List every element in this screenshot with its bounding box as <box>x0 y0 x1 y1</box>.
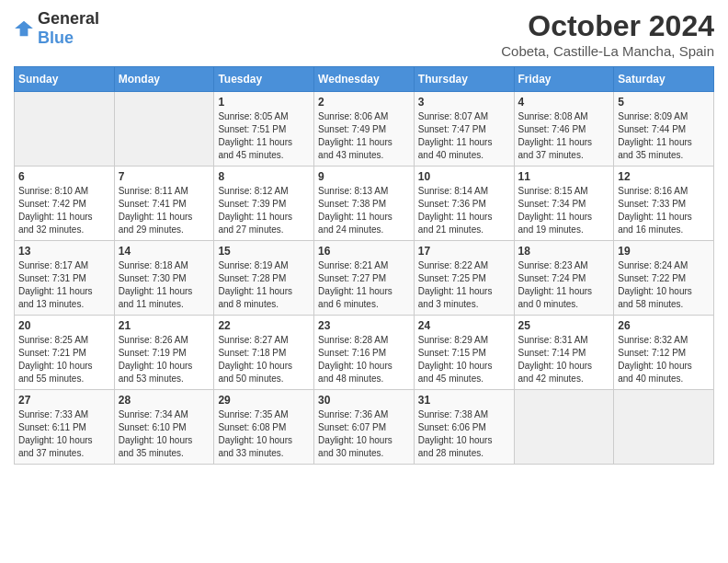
day-header-tuesday: Tuesday <box>214 67 314 92</box>
day-number: 23 <box>318 319 410 332</box>
logo: General Blue <box>14 9 99 48</box>
calendar-cell: 28Sunrise: 7:34 AM Sunset: 6:10 PM Dayli… <box>114 390 214 465</box>
calendar-cell <box>114 92 214 167</box>
day-info: Sunrise: 8:22 AM Sunset: 7:25 PM Dayligh… <box>418 259 510 311</box>
day-info: Sunrise: 8:29 AM Sunset: 7:15 PM Dayligh… <box>418 334 510 385</box>
day-number: 30 <box>318 394 410 407</box>
day-info: Sunrise: 8:05 AM Sunset: 7:51 PM Dayligh… <box>218 110 310 162</box>
day-info: Sunrise: 8:14 AM Sunset: 7:36 PM Dayligh… <box>418 185 510 236</box>
day-header-thursday: Thursday <box>414 67 514 92</box>
location-title: Cobeta, Castille-La Mancha, Spain <box>501 43 714 59</box>
day-number: 8 <box>218 170 310 183</box>
calendar-cell: 23Sunrise: 8:28 AM Sunset: 7:16 PM Dayli… <box>314 316 415 390</box>
calendar-cell: 6Sunrise: 8:10 AM Sunset: 7:42 PM Daylig… <box>15 167 115 241</box>
day-number: 2 <box>318 96 410 109</box>
calendar-cell: 18Sunrise: 8:23 AM Sunset: 7:24 PM Dayli… <box>514 241 614 316</box>
day-number: 28 <box>119 394 210 407</box>
calendar-cell: 25Sunrise: 8:31 AM Sunset: 7:14 PM Dayli… <box>514 316 614 390</box>
calendar-cell: 2Sunrise: 8:06 AM Sunset: 7:49 PM Daylig… <box>314 92 415 167</box>
day-number: 17 <box>418 245 510 258</box>
day-info: Sunrise: 8:25 AM Sunset: 7:21 PM Dayligh… <box>18 334 110 385</box>
day-number: 21 <box>119 319 210 332</box>
calendar-cell <box>15 92 115 167</box>
calendar-cell: 21Sunrise: 8:26 AM Sunset: 7:19 PM Dayli… <box>114 316 214 390</box>
day-info: Sunrise: 8:16 AM Sunset: 7:33 PM Dayligh… <box>618 185 710 236</box>
day-info: Sunrise: 8:17 AM Sunset: 7:31 PM Dayligh… <box>18 259 110 311</box>
day-number: 10 <box>418 170 510 183</box>
day-info: Sunrise: 7:36 AM Sunset: 6:07 PM Dayligh… <box>318 408 410 460</box>
day-number: 4 <box>518 96 610 109</box>
logo-blue: Blue <box>38 29 74 47</box>
calendar-cell: 30Sunrise: 7:36 AM Sunset: 6:07 PM Dayli… <box>314 390 415 465</box>
day-info: Sunrise: 8:06 AM Sunset: 7:49 PM Dayligh… <box>318 110 410 162</box>
calendar-cell: 16Sunrise: 8:21 AM Sunset: 7:27 PM Dayli… <box>314 241 415 316</box>
day-info: Sunrise: 8:26 AM Sunset: 7:19 PM Dayligh… <box>119 334 210 385</box>
day-header-sunday: Sunday <box>15 67 115 92</box>
day-number: 24 <box>418 319 510 332</box>
day-number: 13 <box>18 245 110 258</box>
day-info: Sunrise: 7:33 AM Sunset: 6:11 PM Dayligh… <box>18 408 110 460</box>
day-info: Sunrise: 8:23 AM Sunset: 7:24 PM Dayligh… <box>518 259 610 311</box>
day-header-saturday: Saturday <box>614 67 714 92</box>
day-info: Sunrise: 8:07 AM Sunset: 7:47 PM Dayligh… <box>418 110 510 162</box>
calendar-cell: 7Sunrise: 8:11 AM Sunset: 7:41 PM Daylig… <box>114 167 214 241</box>
calendar-cell: 27Sunrise: 7:33 AM Sunset: 6:11 PM Dayli… <box>15 390 115 465</box>
week-row-3: 13Sunrise: 8:17 AM Sunset: 7:31 PM Dayli… <box>15 241 714 316</box>
logo-text: General Blue <box>38 9 99 48</box>
day-number: 14 <box>119 245 210 258</box>
day-info: Sunrise: 8:12 AM Sunset: 7:39 PM Dayligh… <box>218 185 310 236</box>
calendar-table: SundayMondayTuesdayWednesdayThursdayFrid… <box>14 66 714 465</box>
day-info: Sunrise: 8:24 AM Sunset: 7:22 PM Dayligh… <box>618 259 710 311</box>
calendar-cell: 29Sunrise: 7:35 AM Sunset: 6:08 PM Dayli… <box>214 390 314 465</box>
day-number: 16 <box>318 245 410 258</box>
day-info: Sunrise: 8:19 AM Sunset: 7:28 PM Dayligh… <box>218 259 310 311</box>
month-title: October 2024 <box>501 9 714 43</box>
day-number: 1 <box>218 96 310 109</box>
day-header-friday: Friday <box>514 67 614 92</box>
svg-marker-0 <box>15 21 33 37</box>
calendar-cell: 8Sunrise: 8:12 AM Sunset: 7:39 PM Daylig… <box>214 167 314 241</box>
calendar-cell: 3Sunrise: 8:07 AM Sunset: 7:47 PM Daylig… <box>414 92 514 167</box>
day-info: Sunrise: 8:32 AM Sunset: 7:12 PM Dayligh… <box>618 334 710 385</box>
day-number: 22 <box>218 319 310 332</box>
day-info: Sunrise: 8:18 AM Sunset: 7:30 PM Dayligh… <box>119 259 210 311</box>
day-number: 9 <box>318 170 410 183</box>
calendar-cell: 24Sunrise: 8:29 AM Sunset: 7:15 PM Dayli… <box>414 316 514 390</box>
calendar-cell: 1Sunrise: 8:05 AM Sunset: 7:51 PM Daylig… <box>214 92 314 167</box>
calendar-cell: 19Sunrise: 8:24 AM Sunset: 7:22 PM Dayli… <box>614 241 714 316</box>
calendar-cell: 11Sunrise: 8:15 AM Sunset: 7:34 PM Dayli… <box>514 167 614 241</box>
day-number: 18 <box>518 245 610 258</box>
logo-general: General <box>38 9 99 28</box>
calendar-cell: 15Sunrise: 8:19 AM Sunset: 7:28 PM Dayli… <box>214 241 314 316</box>
calendar-cell: 20Sunrise: 8:25 AM Sunset: 7:21 PM Dayli… <box>15 316 115 390</box>
calendar-cell: 12Sunrise: 8:16 AM Sunset: 7:33 PM Dayli… <box>614 167 714 241</box>
days-header-row: SundayMondayTuesdayWednesdayThursdayFrid… <box>15 67 714 92</box>
calendar-cell <box>514 390 614 465</box>
day-number: 12 <box>618 170 710 183</box>
calendar-cell: 31Sunrise: 7:38 AM Sunset: 6:06 PM Dayli… <box>414 390 514 465</box>
day-info: Sunrise: 8:15 AM Sunset: 7:34 PM Dayligh… <box>518 185 610 236</box>
calendar-cell: 22Sunrise: 8:27 AM Sunset: 7:18 PM Dayli… <box>214 316 314 390</box>
calendar-cell: 13Sunrise: 8:17 AM Sunset: 7:31 PM Dayli… <box>15 241 115 316</box>
calendar-cell: 9Sunrise: 8:13 AM Sunset: 7:38 PM Daylig… <box>314 167 415 241</box>
day-number: 7 <box>119 170 210 183</box>
page-header: General Blue October 2024 Cobeta, Castil… <box>14 9 714 59</box>
week-row-2: 6Sunrise: 8:10 AM Sunset: 7:42 PM Daylig… <box>15 167 714 241</box>
day-header-wednesday: Wednesday <box>314 67 415 92</box>
day-info: Sunrise: 8:09 AM Sunset: 7:44 PM Dayligh… <box>618 110 710 162</box>
title-area: October 2024 Cobeta, Castille-La Mancha,… <box>501 9 714 59</box>
calendar-cell: 26Sunrise: 8:32 AM Sunset: 7:12 PM Dayli… <box>614 316 714 390</box>
day-number: 5 <box>618 96 710 109</box>
day-info: Sunrise: 8:27 AM Sunset: 7:18 PM Dayligh… <box>218 334 310 385</box>
day-number: 6 <box>18 170 110 183</box>
week-row-1: 1Sunrise: 8:05 AM Sunset: 7:51 PM Daylig… <box>15 92 714 167</box>
day-number: 19 <box>618 245 710 258</box>
day-info: Sunrise: 8:28 AM Sunset: 7:16 PM Dayligh… <box>318 334 410 385</box>
day-number: 29 <box>218 394 310 407</box>
day-info: Sunrise: 8:31 AM Sunset: 7:14 PM Dayligh… <box>518 334 610 385</box>
day-info: Sunrise: 8:13 AM Sunset: 7:38 PM Dayligh… <box>318 185 410 236</box>
day-header-monday: Monday <box>114 67 214 92</box>
day-number: 11 <box>518 170 610 183</box>
day-number: 27 <box>18 394 110 407</box>
day-info: Sunrise: 8:21 AM Sunset: 7:27 PM Dayligh… <box>318 259 410 311</box>
